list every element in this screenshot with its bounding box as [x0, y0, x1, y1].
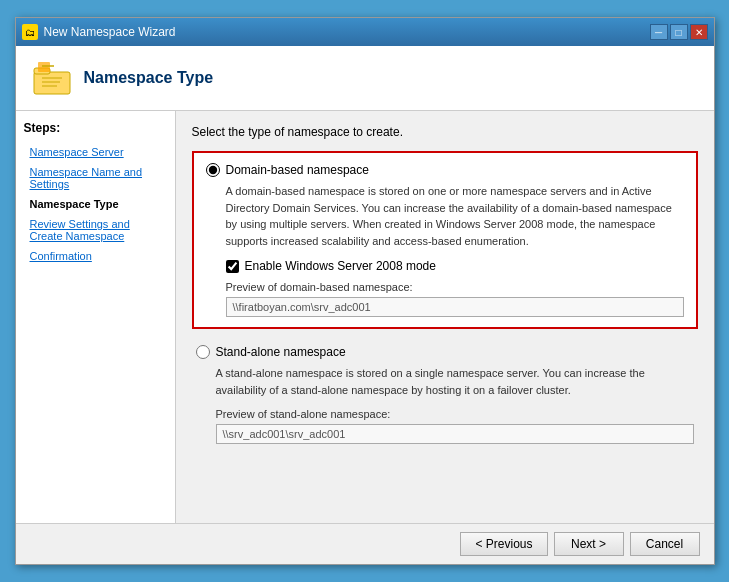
- svg-rect-2: [38, 62, 50, 72]
- wizard-footer: < Previous Next > Cancel: [16, 523, 714, 564]
- standalone-preview-field: \\srv_adc001\srv_adc001: [216, 424, 694, 444]
- sidebar-item-namespace-type: Namespace Type: [24, 195, 167, 213]
- content-area: Steps: Namespace Server Namespace Name a…: [16, 111, 714, 523]
- title-bar-left: 🗂 New Namespace Wizard: [22, 24, 176, 40]
- win2008-checkbox[interactable]: [226, 260, 239, 273]
- standalone-radio[interactable]: [196, 345, 210, 359]
- svg-rect-0: [34, 72, 70, 94]
- sidebar-item-review-settings[interactable]: Review Settings and Create Namespace: [24, 215, 167, 245]
- standalone-label: Stand-alone namespace: [216, 345, 346, 359]
- previous-button[interactable]: < Previous: [460, 532, 547, 556]
- win2008-checkbox-row: Enable Windows Server 2008 mode: [226, 259, 684, 273]
- header-icon: [32, 58, 72, 98]
- wizard-header: Namespace Type: [16, 46, 714, 111]
- header-title: Namespace Type: [84, 69, 214, 87]
- domain-label: Domain-based namespace: [226, 163, 369, 177]
- title-bar-buttons: ─ □ ✕: [650, 24, 708, 40]
- title-bar-icon: 🗂: [22, 24, 38, 40]
- domain-radio[interactable]: [206, 163, 220, 177]
- cancel-button[interactable]: Cancel: [630, 532, 700, 556]
- standalone-section: Stand-alone namespace A stand-alone name…: [192, 345, 698, 444]
- sidebar-item-namespace-server[interactable]: Namespace Server: [24, 143, 167, 161]
- main-panel: Select the type of namespace to create. …: [176, 111, 714, 523]
- steps-label: Steps:: [24, 121, 167, 135]
- next-button[interactable]: Next >: [554, 532, 624, 556]
- wizard-sidebar: Steps: Namespace Server Namespace Name a…: [16, 111, 176, 523]
- standalone-preview-label: Preview of stand-alone namespace:: [216, 408, 694, 420]
- domain-preview-label: Preview of domain-based namespace:: [226, 281, 684, 293]
- minimize-button[interactable]: ─: [650, 24, 668, 40]
- standalone-radio-row: Stand-alone namespace: [196, 345, 694, 359]
- close-button[interactable]: ✕: [690, 24, 708, 40]
- sidebar-item-namespace-name[interactable]: Namespace Name and Settings: [24, 163, 167, 193]
- domain-description: A domain-based namespace is stored on on…: [226, 183, 684, 249]
- domain-preview-field: \\firatboyan.com\srv_adc001: [226, 297, 684, 317]
- instruction-text: Select the type of namespace to create.: [192, 125, 698, 139]
- title-bar: 🗂 New Namespace Wizard ─ □ ✕: [16, 18, 714, 46]
- wizard-window: 🗂 New Namespace Wizard ─ □ ✕ Namespace T…: [15, 17, 715, 565]
- domain-radio-row: Domain-based namespace: [206, 163, 684, 177]
- standalone-description: A stand-alone namespace is stored on a s…: [216, 365, 694, 398]
- win2008-label: Enable Windows Server 2008 mode: [245, 259, 436, 273]
- window-title: New Namespace Wizard: [44, 25, 176, 39]
- maximize-button[interactable]: □: [670, 24, 688, 40]
- sidebar-item-confirmation[interactable]: Confirmation: [24, 247, 167, 265]
- domain-option-box: Domain-based namespace A domain-based na…: [192, 151, 698, 329]
